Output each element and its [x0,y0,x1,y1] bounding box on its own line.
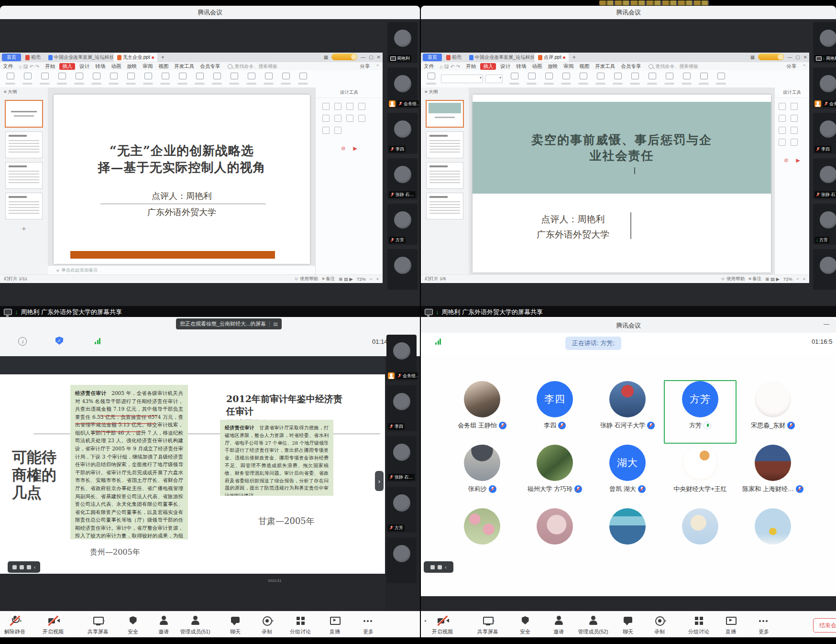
command-search[interactable]: 查找命令、搜索模板 [228,63,277,70]
participant-tile[interactable] [518,507,591,571]
slide-canvas[interactable]: “无主”企业的创新战略选 择—基于无实际控制人的视角 点评人：周艳利 广东外语外… [54,95,310,264]
paste-tool[interactable] [424,72,439,86]
panel-tool[interactable] [334,127,341,134]
notes-toggle[interactable]: ≡ 备注 [748,276,761,282]
menu-item[interactable]: 放映 [545,63,561,70]
ribbon-tool[interactable] [645,72,660,86]
command-search[interactable]: 查找命令、搜索模板 [649,63,698,70]
ribbon-tool[interactable] [627,72,642,86]
video-tile[interactable]: 张静 石… [813,158,836,199]
panel-tool[interactable] [791,115,798,122]
ribbon-tool[interactable] [524,72,539,86]
menu-item[interactable]: 设计 [77,63,92,70]
minimize-icon[interactable]: — [787,55,792,60]
breakout-button[interactable]: 分组讨论 [284,615,317,635]
panel-tool[interactable] [322,115,330,122]
meeting-info-icon[interactable]: i [18,337,27,346]
ribbon-tool[interactable] [507,72,522,86]
ribbon-tool[interactable] [244,72,259,86]
collapse-icon[interactable]: ‹ [34,565,35,570]
slide-thumbnail-1[interactable] [5,100,43,128]
ribbon-tool[interactable] [593,72,608,86]
ribbon-tool[interactable] [3,72,18,86]
layout-icon[interactable]: ▤ [273,321,277,327]
close-icon[interactable]: ✕ [803,55,807,60]
menu-item[interactable]: 设计 [497,63,513,70]
wps-tab-active[interactable]: 点评.ppt [535,53,569,62]
menu-item[interactable]: 开发工具 [171,63,197,70]
tab-list-icon[interactable]: ▦ [750,55,755,60]
record-red-icon[interactable]: ⊘ [784,157,788,164]
slide-thumbnail-2[interactable] [426,131,463,158]
security-button[interactable]: 安全 [508,615,542,635]
grid-icon[interactable] [430,565,435,569]
more-button[interactable]: 更多 [352,615,385,635]
play-red-icon[interactable]: ▶ [796,157,800,164]
ribbon-tool[interactable] [106,72,121,86]
menu-item[interactable]: 视图 [576,63,592,70]
ribbon-tool[interactable] [89,72,104,86]
participant-tile[interactable]: 福州大学 方巧玲 [518,444,591,507]
menu-item[interactable]: 开始 [42,63,58,70]
panel-tool[interactable] [779,103,786,110]
zoom-in-icon[interactable]: + [376,276,379,282]
menu-item[interactable]: 会员专享 [618,63,644,70]
new-tab-button[interactable]: + [570,54,579,61]
ribbon-tool[interactable] [55,72,69,86]
ribbon-tool[interactable] [559,72,573,86]
start-video-button[interactable]: ▲开启视频 [36,615,70,635]
video-tile[interactable] [387,249,418,290]
video-tile[interactable]: 方芳 [387,204,418,245]
wps-tab-docer[interactable]: 稻壳 [443,53,465,62]
copy-icon[interactable] [27,565,31,569]
participant-tile[interactable]: 会务组 王静怡 [446,380,518,444]
slide-thumbnail-1[interactable] [426,100,464,128]
help-label[interactable]: ☺ 使用帮助 [294,276,318,282]
menu-item-active[interactable]: 插入 [480,63,496,70]
panel-tool[interactable] [779,139,786,146]
ribbon-tool[interactable] [37,72,52,86]
security-shield-icon[interactable]: ✓ [55,337,63,345]
video-tile[interactable]: ↓方芳 [813,204,836,245]
font-size-box[interactable] [485,75,503,83]
ribbon-tool[interactable] [261,72,276,86]
panel-tool[interactable] [346,115,353,122]
chat-button[interactable]: 聊天 [611,615,645,635]
collapse-icon[interactable]: ‹ [445,565,446,570]
new-tab-button[interactable]: + [158,54,167,61]
share-button[interactable]: 分享 [783,63,799,70]
ribbon-tool[interactable] [610,72,625,86]
video-tile[interactable]: 会务组… [387,67,418,109]
annotation-toolbar[interactable]: ‹ [424,561,453,573]
menu-item[interactable]: 开始 [463,63,479,70]
unmute-button[interactable]: ▲解除静音 [0,615,32,635]
live-button[interactable]: 直播 [714,615,748,635]
wps-tab-active[interactable]: 无主企业.ppt [114,53,157,62]
ribbon-tool[interactable] [141,72,155,86]
view-icons[interactable]: ⊞ ▤ ▶ [765,276,780,282]
collapse-ribbon-icon[interactable]: ⌃ [799,64,809,69]
video-tile[interactable]: ↓周艳利 [387,22,418,63]
menu-item[interactable]: 转场 [513,63,529,70]
video-tile[interactable] [386,537,417,583]
menu-item[interactable]: 视图 [155,63,171,70]
manage-members-button[interactable]: 管理成员(51) [178,615,212,635]
ribbon-tool[interactable] [576,72,591,86]
ribbon-tool[interactable] [696,72,711,86]
new-slide-button[interactable]: + [0,224,48,232]
panel-tool[interactable] [334,115,341,122]
slide-thumbnail-3[interactable] [426,162,463,189]
ribbon-tool[interactable] [158,72,173,86]
menu-file[interactable]: 文件 [0,63,16,70]
record-button[interactable]: ▲录制 [250,615,284,635]
menu-item[interactable]: 会员专享 [197,63,223,70]
slide-thumbnail-2[interactable] [5,131,43,158]
participant-tile[interactable]: 李四李四 [518,380,591,444]
slide-canvas[interactable]: 卖空的事前威慑、事后惩罚与企 业社会责任 点评人：周艳利 广东外语外贸大学 [473,95,771,273]
security-button[interactable]: 安全 [116,615,150,635]
invite-button[interactable]: 邀请 [542,615,575,635]
quick-icons[interactable]: ⌂ 🖫 ↶ ↷ [16,64,42,69]
notes-toggle[interactable]: ≡ 备注 [322,276,335,282]
participant-tile[interactable] [591,507,664,571]
menu-item[interactable]: 动画 [108,63,124,70]
